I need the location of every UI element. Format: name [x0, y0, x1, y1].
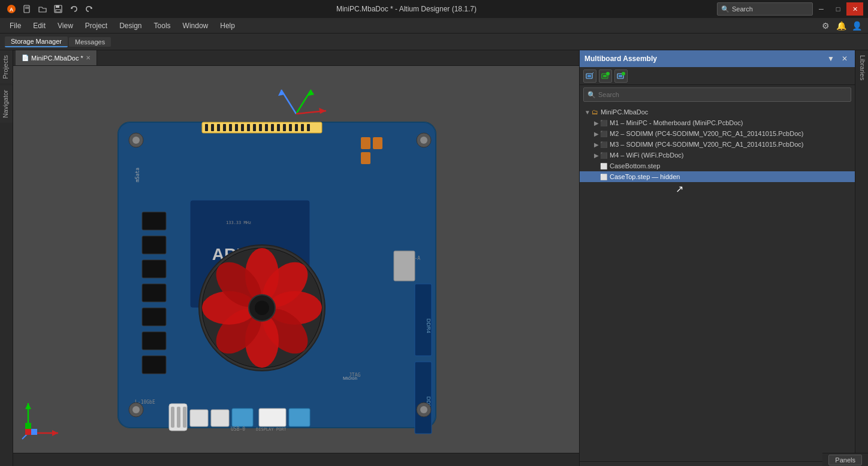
save-icon[interactable]	[52, 2, 65, 16]
tree-item-m4[interactable]: ▶ ⬛ M4 – WiFi (WiFi.PcbDoc)	[580, 150, 855, 161]
notifications-icon[interactable]: 🔔	[834, 19, 848, 32]
3d-viewport[interactable]: mSata ARRIA 10	[13, 66, 579, 466]
storage-manager-button[interactable]: Storage Manager	[5, 37, 68, 47]
new-file-icon[interactable]	[20, 2, 34, 16]
doc-tab-close[interactable]: ✕	[86, 55, 91, 61]
sidebar-tab-projects[interactable]: Projects	[0, 50, 13, 84]
tree-arrow-casebottom: ▶	[594, 163, 599, 170]
close-button[interactable]: ✕	[846, 2, 863, 16]
svg-text:mSata: mSata	[135, 168, 140, 182]
menu-help[interactable]: Help	[215, 20, 240, 31]
svg-point-104	[606, 72, 610, 75]
main-area: Projects Navigator 📄 MiniPC.MbaDoc * ✕	[0, 50, 868, 466]
menu-view[interactable]: View	[53, 20, 78, 31]
settings-gear-icon[interactable]: ⚙	[819, 19, 832, 32]
svg-rect-28	[259, 124, 262, 131]
tree-arrow-root: ▼	[584, 109, 590, 116]
svg-marker-92	[52, 430, 58, 436]
svg-text:133.33 MHz: 133.33 MHz	[226, 220, 251, 225]
mba-visibility-button[interactable]	[599, 69, 612, 83]
svg-text:Micron: Micron	[343, 376, 357, 381]
sidebar-tab-libraries[interactable]: Libraries	[855, 50, 868, 85]
menu-file[interactable]: File	[5, 20, 26, 31]
menu-edit[interactable]: Edit	[28, 20, 50, 31]
tree-item-casetop[interactable]: ▶ ⬜ CaseTop.step — hidden	[580, 171, 855, 182]
svg-rect-106	[619, 75, 622, 77]
title-bar-left-icons: A	[5, 2, 96, 16]
title-bar: A MiniPC.MbaDoc * - Altium Designer (18.…	[0, 0, 868, 18]
svg-rect-25	[241, 124, 244, 131]
svg-rect-76	[177, 407, 180, 428]
svg-rect-73	[289, 408, 310, 426]
tree-icon-m4: ⬛	[600, 152, 607, 159]
svg-rect-103	[603, 75, 607, 77]
mba-panel-controls: ▼ ✕	[825, 53, 850, 64]
mba-search-icon: 🔍	[587, 91, 596, 99]
undo-icon[interactable]	[67, 2, 80, 16]
global-search-input[interactable]	[732, 5, 804, 13]
tree-item-root[interactable]: ▼ 🗂 MiniPC.MbaDoc	[580, 107, 855, 117]
tree-item-m2[interactable]: ▶ ⬛ M2 – SODIMM (PC4-SODIMM_V200_RC_A1_2…	[580, 128, 855, 139]
menu-tools[interactable]: Tools	[149, 20, 176, 31]
tree-icon-m3: ⬛	[600, 141, 607, 148]
tree-item-casebottom[interactable]: ▶ ⬜ CaseBottom.step	[580, 161, 855, 171]
svg-point-54	[255, 301, 269, 315]
svg-rect-65	[142, 356, 166, 374]
mba-add-board-button[interactable]	[583, 69, 596, 83]
open-folder-icon[interactable]	[36, 2, 49, 16]
doc-tab-icon: 📄	[22, 55, 29, 61]
panels-button[interactable]: Panels	[828, 455, 862, 465]
pcb-board-3d: mSata ARRIA 10	[64, 92, 472, 440]
mba-search-box[interactable]: 🔍	[583, 87, 851, 102]
svg-text:DISPLAY PORT: DISPLAY PORT	[256, 427, 287, 432]
svg-rect-97	[25, 423, 31, 429]
status-bar: Panels	[822, 453, 868, 466]
tree-item-m3[interactable]: ▶ ⬛ M3 – SODIMM (PC4-SODIMM_V200_RC_A1_2…	[580, 139, 855, 150]
mba-panel-header: Multiboard Assembly ▼ ✕	[580, 50, 855, 67]
svg-rect-39	[373, 137, 382, 149]
mba-float-button[interactable]: ▼	[825, 53, 837, 64]
svg-rect-2	[24, 5, 29, 13]
svg-text:A: A	[10, 7, 14, 13]
restore-button[interactable]: □	[830, 2, 846, 16]
sidebar-tab-navigator[interactable]: Navigator	[0, 85, 13, 123]
app-logo-icon: A	[5, 2, 18, 16]
menu-project[interactable]: Project	[80, 20, 112, 31]
svg-rect-22	[223, 124, 226, 131]
menu-design[interactable]: Design	[114, 20, 146, 31]
svg-rect-101	[587, 75, 591, 77]
menu-window[interactable]: Window	[178, 20, 213, 31]
svg-rect-26	[247, 124, 250, 131]
tree-arrow-m4: ▶	[594, 152, 599, 159]
tree-label-m3: M3 – SODIMM (PC4-SODIMM_V200_RC_A1_20141…	[610, 141, 850, 148]
messages-button[interactable]: Messages	[69, 37, 111, 47]
corner-orientation-axes	[19, 394, 67, 442]
tree-icon-casetop: ⬜	[600, 174, 607, 180]
svg-rect-33	[289, 124, 292, 131]
search-icon: 🔍	[721, 5, 730, 13]
multiboard-assembly-panel: Multiboard Assembly ▼ ✕	[579, 50, 855, 466]
svg-rect-75	[171, 407, 174, 428]
svg-text:DDR4: DDR4	[426, 319, 432, 334]
redo-icon[interactable]	[83, 2, 96, 16]
user-icon[interactable]: 👤	[850, 19, 863, 32]
toolbar: Storage Manager Messages	[0, 34, 868, 50]
svg-point-82	[132, 137, 140, 144]
menu-bar: File Edit View Project Design Tools Wind…	[0, 18, 868, 34]
svg-rect-36	[307, 124, 310, 131]
svg-rect-24	[235, 124, 238, 131]
doc-tab-minipc-mbadoc[interactable]: 📄 MiniPC.MbaDoc * ✕	[16, 50, 97, 65]
svg-rect-6	[56, 5, 59, 8]
tree-item-m1[interactable]: ▶ ⬛ M1 – MiniPC - Motherboard (MiniPC.Pc…	[580, 117, 855, 128]
svg-rect-19	[205, 124, 208, 131]
minimize-button[interactable]: ─	[813, 2, 830, 16]
global-search-box[interactable]: 🔍	[717, 2, 813, 16]
mba-close-button[interactable]: ✕	[839, 53, 850, 64]
svg-rect-69	[190, 410, 208, 426]
mba-search-input[interactable]	[598, 91, 847, 98]
mouse-cursor-indicator: ↗	[676, 183, 683, 195]
board-svg: mSata ARRIA 10	[64, 92, 472, 440]
mba-toolbar	[580, 67, 855, 85]
svg-rect-38	[361, 137, 370, 149]
mba-settings-button[interactable]	[614, 69, 628, 83]
